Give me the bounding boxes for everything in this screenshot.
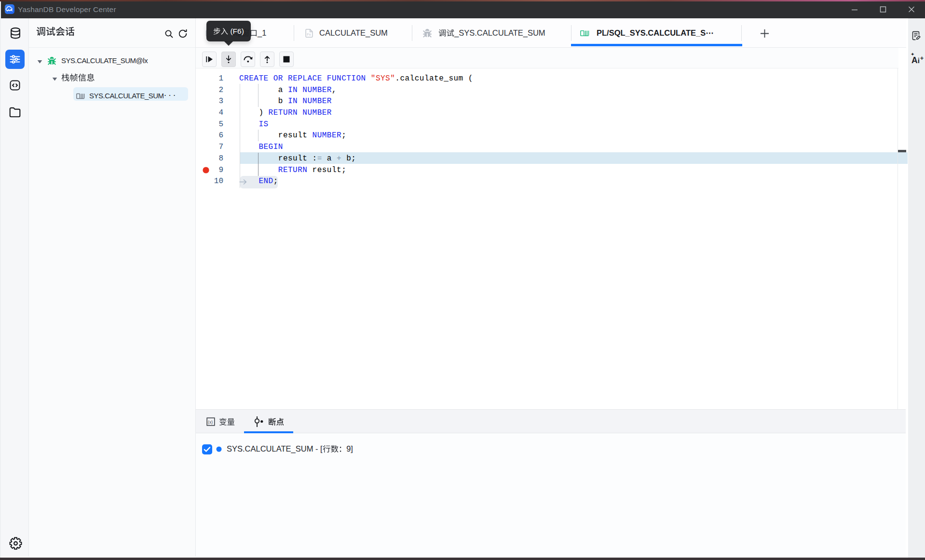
svg-text:Fx: Fx: [307, 32, 311, 36]
svg-text:(x): (x): [208, 420, 213, 425]
